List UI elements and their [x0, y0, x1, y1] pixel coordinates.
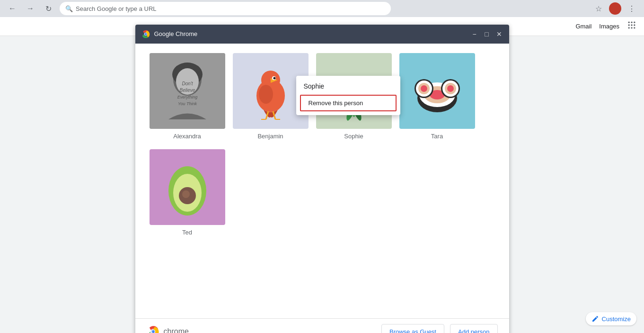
svg-point-6: [628, 27, 630, 28]
chrome-logo-icon: [141, 29, 150, 39]
images-link[interactable]: Images: [599, 23, 619, 30]
customize-button[interactable]: Customize: [586, 312, 636, 325]
profile-image-tara: [399, 53, 475, 129]
svg-point-10: [144, 33, 147, 35]
context-menu-title: Sophie: [296, 80, 400, 95]
svg-point-7: [631, 27, 632, 28]
svg-text:Don't: Don't: [182, 81, 193, 86]
pencil-icon: [591, 315, 599, 323]
browser-nav-bar: ← → ↻ 🔍 Search Google or type a URL ☆ ⋮: [0, 0, 644, 17]
maximize-button[interactable]: □: [483, 30, 491, 38]
chrome-brand-text: chrome: [164, 327, 189, 333]
svg-point-4: [631, 24, 632, 26]
profile-image-alexandra: Don't Believe Everything You Think: [150, 53, 225, 129]
star-button[interactable]: ☆: [592, 2, 605, 15]
svg-point-0: [628, 22, 630, 23]
profile-card-alexandra[interactable]: Don't Believe Everything You Think Alexa…: [150, 53, 225, 142]
svg-text:You Think: You Think: [177, 101, 197, 106]
minimize-button[interactable]: −: [470, 30, 479, 38]
svg-point-8: [634, 27, 635, 28]
svg-point-1: [631, 22, 632, 23]
dialog-footer: chrome Browse as Guest Add person: [135, 318, 509, 333]
svg-point-5: [634, 24, 635, 26]
profile-name-tara: Tara: [399, 129, 475, 142]
tara-illustration: [399, 53, 475, 129]
chrome-footer-logo: [147, 325, 160, 333]
svg-point-45: [447, 85, 454, 92]
context-menu: Sophie Remove this person: [296, 76, 400, 115]
dialog-title: Google Chrome: [154, 30, 467, 37]
ted-illustration: [150, 149, 225, 225]
gmail-link[interactable]: Gmail: [575, 23, 591, 30]
svg-point-2: [634, 22, 635, 23]
svg-point-41: [421, 85, 427, 92]
address-value: Search Google or type a URL: [76, 5, 157, 12]
dialog-titlebar: Google Chrome − □ ✕: [135, 25, 509, 44]
svg-point-52: [152, 330, 155, 333]
profile-card-ted[interactable]: Ted: [150, 149, 225, 238]
add-person-button[interactable]: Add person: [450, 324, 498, 333]
svg-point-49: [182, 190, 190, 198]
page-background: Google Chrome − □ ✕: [0, 36, 644, 333]
profile-name-ted: Ted: [150, 225, 225, 238]
reload-button[interactable]: ↻: [42, 2, 55, 15]
svg-point-3: [628, 24, 630, 26]
svg-text:Everything: Everything: [177, 95, 197, 99]
back-button[interactable]: ←: [6, 2, 19, 15]
svg-text:Believe: Believe: [179, 88, 195, 93]
browser-right-actions: ☆ ⋮: [592, 2, 638, 15]
chrome-brand: chrome: [147, 325, 189, 333]
profile-card-tara[interactable]: Tara: [399, 53, 475, 142]
close-button[interactable]: ✕: [495, 30, 503, 38]
customize-label: Customize: [602, 315, 631, 323]
browse-as-guest-button[interactable]: Browse as Guest: [381, 324, 444, 333]
remove-person-item[interactable]: Remove this person: [300, 95, 397, 111]
alexandra-illustration: Don't Believe Everything You Think: [150, 53, 225, 129]
address-bar[interactable]: 🔍 Search Google or type a URL: [60, 2, 391, 15]
svg-point-23: [273, 77, 275, 79]
profile-name-sophie: Sophie: [316, 129, 392, 142]
apps-icon[interactable]: [627, 20, 636, 32]
chrome-dialog: Google Chrome − □ ✕: [135, 25, 509, 333]
search-icon: 🔍: [65, 5, 73, 12]
footer-buttons: Browse as Guest Add person: [381, 324, 498, 333]
profile-image-ted: [150, 149, 225, 225]
profile-name-alexandra: Alexandra: [150, 129, 225, 142]
forward-button[interactable]: →: [24, 2, 37, 15]
menu-button[interactable]: ⋮: [625, 2, 638, 15]
profile-name-benjamin: Benjamin: [233, 129, 309, 142]
svg-point-24: [259, 85, 273, 104]
profile-avatar[interactable]: [609, 2, 621, 15]
